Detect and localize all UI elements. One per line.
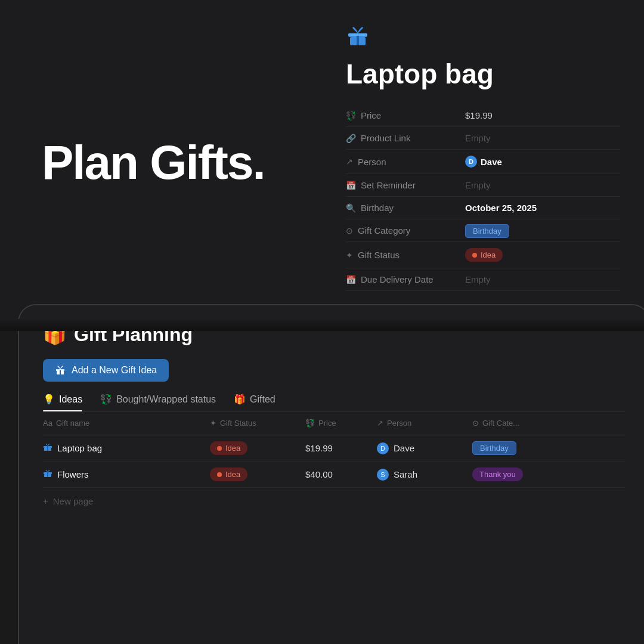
- product-link-label: Product Link: [361, 133, 410, 143]
- product-title: Laptop bag: [346, 58, 620, 90]
- idea-badge: Idea: [465, 248, 503, 262]
- tab-bought-wrapped[interactable]: 💱 Bought/Wrapped status: [100, 394, 216, 411]
- tab-bought-label: Bought/Wrapped status: [116, 394, 216, 405]
- col-gift-name: Aa Gift name: [43, 419, 210, 428]
- property-product-link: 🔗 Product Link Empty: [346, 127, 620, 150]
- row1-category-badge: Birthday: [472, 441, 516, 455]
- status-dot: [472, 253, 477, 258]
- row1-name-cell: Laptop bag: [43, 442, 210, 454]
- svg-rect-7: [56, 369, 64, 370]
- row1-name: Laptop bag: [57, 443, 102, 453]
- person-value: D Dave: [465, 156, 502, 168]
- person-avatar: D: [465, 156, 477, 168]
- status-value: Idea: [465, 248, 503, 262]
- col-gift-name-icon: Aa: [43, 419, 52, 428]
- row1-category-cell: Birthday: [472, 441, 556, 455]
- svg-rect-10: [47, 446, 48, 451]
- section-divider: [0, 319, 644, 331]
- svg-rect-3: [348, 33, 367, 36]
- svg-rect-13: [47, 472, 48, 477]
- delivery-label: Due Delivery Date: [361, 274, 434, 284]
- tab-ideas[interactable]: 💡 Ideas: [43, 394, 82, 411]
- table-header: Aa Gift name ✦ Gift Status 💱 Price ↗ Per…: [43, 411, 625, 435]
- person-name: Dave: [481, 157, 502, 167]
- property-delivery-date: 📅 Due Delivery Date Empty: [346, 268, 620, 291]
- top-section: Plan Gifts. Laptop bag 💱 Price $19.99: [0, 0, 644, 325]
- price-value: $19.99: [465, 110, 493, 120]
- product-detail-panel: Laptop bag 💱 Price $19.99 🔗 Product Link…: [322, 0, 644, 325]
- col-price-label: Price: [318, 419, 336, 428]
- row2-person-avatar: S: [377, 469, 389, 481]
- row2-name: Flowers: [57, 469, 89, 479]
- row2-person-name: Sarah: [394, 469, 417, 479]
- add-button-label: Add a New Gift Idea: [72, 365, 157, 376]
- tab-gifted[interactable]: 🎁 Gifted: [234, 394, 275, 411]
- col-gift-category: ⊙ Gift Cate...: [472, 419, 556, 428]
- row2-gift-icon: [43, 469, 52, 481]
- col-gift-status-label: Gift Status: [220, 419, 256, 428]
- row1-gift-icon: [43, 442, 52, 454]
- col-category-label: Gift Cate...: [482, 419, 519, 428]
- category-value: Birthday: [465, 225, 509, 236]
- row1-person-name: Dave: [394, 443, 414, 453]
- col-gift-status: ✦ Gift Status: [210, 419, 305, 428]
- row1-status-dot: [217, 446, 222, 451]
- reminder-icon: 📅: [346, 181, 356, 190]
- gift-button-icon: [55, 365, 66, 376]
- tab-bought-icon: 💱: [100, 394, 112, 405]
- tab-ideas-label: Ideas: [59, 394, 82, 405]
- new-page-label: New page: [53, 496, 94, 506]
- device-screen: 🎁 Gift Planning Add a New Gift Idea: [19, 305, 644, 644]
- person-label: Person: [358, 157, 386, 167]
- property-person: ↗ Person D Dave: [346, 150, 620, 174]
- tab-ideas-icon: 💡: [43, 394, 55, 405]
- property-birthday: 🔍 Birthday October 25, 2025: [346, 197, 620, 219]
- price-icon: 💱: [346, 111, 356, 120]
- add-gift-button[interactable]: Add a New Gift Idea: [43, 359, 169, 382]
- bottom-section: 🎁 Gift Planning Add a New Gift Idea: [0, 310, 644, 644]
- col-price: 💱 Price: [305, 419, 377, 428]
- new-page-row[interactable]: + New page: [43, 488, 625, 515]
- headline-area: Plan Gifts.: [0, 0, 322, 325]
- row2-status-cell: Idea: [210, 467, 305, 481]
- person-arrow-icon: ↗: [346, 157, 353, 166]
- row2-category-badge: Thank you: [472, 467, 523, 481]
- status-label: Gift Status: [358, 250, 400, 260]
- link-icon: 🔗: [346, 134, 356, 143]
- row2-person-cell: S Sarah: [377, 469, 472, 481]
- gift-icon-top: [346, 24, 620, 53]
- property-gift-status: ✦ Gift Status Idea: [346, 242, 620, 268]
- category-label: Gift Category: [358, 225, 410, 236]
- col-person-label: Person: [387, 419, 411, 428]
- row2-name-cell: Flowers: [43, 469, 210, 481]
- birthday-badge: Birthday: [465, 224, 509, 238]
- row1-status-cell: Idea: [210, 441, 305, 455]
- row1-status-badge: Idea: [210, 441, 247, 455]
- device-frame: 🎁 Gift Planning Add a New Gift Idea: [18, 304, 644, 644]
- col-price-icon: 💱: [305, 419, 315, 428]
- reminder-label: Set Reminder: [361, 180, 416, 190]
- delivery-icon: 📅: [346, 275, 356, 284]
- row2-price-cell: $40.00: [305, 469, 377, 479]
- col-person: ↗ Person: [377, 419, 472, 428]
- delivery-value: Empty: [465, 274, 491, 284]
- main-headline: Plan Gifts.: [42, 138, 265, 188]
- row1-person-avatar: D: [377, 442, 389, 454]
- property-gift-category: ⊙ Gift Category Birthday: [346, 219, 620, 242]
- table-row[interactable]: Flowers Idea $40.00 S Sarah Thank you: [43, 462, 625, 488]
- birthday-value: October 25, 2025: [465, 203, 537, 213]
- birthday-icon: 🔍: [346, 203, 356, 213]
- birthday-label: Birthday: [361, 203, 394, 213]
- row2-category-cell: Thank you: [472, 467, 556, 481]
- table-row[interactable]: Laptop bag Idea $19.99 D Dave Birthday: [43, 435, 625, 462]
- col-category-icon: ⊙: [472, 419, 479, 428]
- product-link-value: Empty: [465, 133, 491, 143]
- tab-gifted-label: Gifted: [250, 394, 275, 405]
- row1-price: $19.99: [305, 443, 333, 453]
- property-reminder: 📅 Set Reminder Empty: [346, 174, 620, 197]
- row1-person-cell: D Dave: [377, 442, 472, 454]
- tab-gifted-icon: 🎁: [234, 394, 246, 405]
- category-icon: ⊙: [346, 226, 353, 236]
- price-label: Price: [361, 110, 381, 120]
- row1-price-cell: $19.99: [305, 443, 377, 453]
